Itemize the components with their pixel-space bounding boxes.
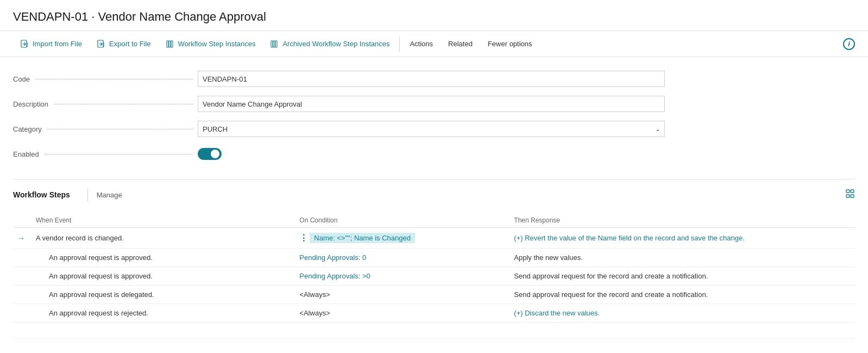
toolbar: Import from File Export to File Workflow… <box>0 31 868 57</box>
response-cell: Send approval request for the record and… <box>510 267 855 286</box>
event-cell: An approval request is approved. <box>32 249 295 267</box>
export-label: Export to File <box>109 40 151 48</box>
workflow-steps-header: Workflow Steps Manage <box>0 179 868 203</box>
toggle-thumb <box>211 150 219 158</box>
related-label: Related <box>448 40 473 48</box>
col-arrow-header <box>13 212 32 228</box>
condition-link[interactable]: Pending Approvals: >0 <box>299 272 370 280</box>
category-label: Category <box>13 125 198 133</box>
dotted-line <box>54 104 193 104</box>
row-arrow-cell <box>13 304 32 323</box>
svg-rect-4 <box>171 41 173 47</box>
import-from-file-button[interactable]: Import from File <box>13 31 90 57</box>
description-field-wrapper <box>198 96 665 112</box>
event-cell: An approval request is approved. <box>32 267 295 286</box>
tab-separator <box>87 188 88 201</box>
enabled-row: Enabled <box>13 145 855 163</box>
code-input[interactable] <box>198 71 665 87</box>
table-row: An approval request is approved. Pending… <box>13 267 855 286</box>
condition-cell: <Always> <box>295 286 510 304</box>
fewer-options-button[interactable]: Fewer options <box>480 31 540 57</box>
workflow-steps-table: When Event On Condition Then Response → … <box>13 212 855 339</box>
row-arrow-cell <box>13 267 32 286</box>
workflow-steps-label: Workflow Step Instances <box>178 40 256 48</box>
condition-link[interactable]: Name: <>""; Name is Changed <box>310 233 415 243</box>
workflow-steps-tab[interactable]: Workflow Steps <box>13 186 70 203</box>
export-to-file-button[interactable]: Export to File <box>90 31 159 57</box>
response-link[interactable]: (+) Discard the new values. <box>514 309 600 317</box>
description-input[interactable] <box>198 96 665 112</box>
condition-link[interactable]: Pending Approvals: 0 <box>299 253 366 262</box>
condition-cell: <Always> <box>295 304 510 323</box>
category-select[interactable]: PURCH <box>198 121 665 137</box>
code-row: Code <box>13 70 855 88</box>
response-cell: Apply the new values. <box>510 249 855 267</box>
workflow-steps-icon <box>166 40 175 48</box>
right-arrow-icon: → <box>17 234 27 243</box>
info-icon-button[interactable]: i <box>843 38 855 50</box>
response-cell: Send approval request for the record and… <box>510 286 855 304</box>
related-button[interactable]: Related <box>441 31 480 57</box>
actions-button[interactable]: Actions <box>402 31 441 57</box>
toggle-track <box>198 148 222 160</box>
dotted-line <box>47 129 193 129</box>
svg-rect-2 <box>167 41 168 47</box>
archived-label: Archived Workflow Step Instances <box>282 40 389 48</box>
archived-icon <box>271 40 279 48</box>
category-row: Category PURCH ⌄ <box>13 120 855 138</box>
svg-rect-10 <box>846 195 850 197</box>
svg-rect-7 <box>275 41 277 47</box>
archived-workflow-step-instances-button[interactable]: Archived Workflow Step Instances <box>263 31 397 57</box>
manage-link[interactable]: Manage <box>97 187 122 203</box>
page-title: VENDAPN-01 · Vendor Name Change Approval <box>0 0 868 31</box>
actions-label: Actions <box>410 40 433 48</box>
row-arrow-cell <box>13 249 32 267</box>
svg-rect-6 <box>273 41 275 47</box>
table-row: An approval request is rejected. <Always… <box>13 304 855 323</box>
col-condition-header: On Condition <box>295 212 510 228</box>
category-field-wrapper: PURCH ⌄ <box>198 121 665 137</box>
svg-rect-3 <box>169 41 171 47</box>
dotted-line <box>45 154 193 154</box>
table-row: → A vendor record is changed. ⋮ Name: <>… <box>13 228 855 249</box>
enabled-label: Enabled <box>13 150 198 158</box>
import-label: Import from File <box>33 40 82 48</box>
event-cell: An approval request is rejected. <box>32 304 295 323</box>
event-cell: An approval request is delegated. <box>32 286 295 304</box>
form-section: Code Description Category PURCH ⌄ <box>0 57 868 179</box>
workflow-step-instances-button[interactable]: Workflow Step Instances <box>159 31 263 57</box>
condition-cell[interactable]: Pending Approvals: >0 <box>295 267 510 286</box>
svg-rect-5 <box>271 41 273 47</box>
toolbar-separator <box>399 36 400 52</box>
svg-rect-9 <box>851 190 854 193</box>
col-response-header: Then Response <box>510 212 855 228</box>
import-icon <box>21 40 29 48</box>
response-cell[interactable]: (+) Discard the new values. <box>510 304 855 323</box>
table-section: When Event On Condition Then Response → … <box>0 203 868 352</box>
response-cell[interactable]: (+) Revert the value of the Name field o… <box>510 228 855 249</box>
dotted-line <box>35 79 193 79</box>
svg-rect-8 <box>846 190 850 193</box>
description-row: Description <box>13 95 855 113</box>
drag-handle-icon[interactable]: ⋮ <box>299 233 308 243</box>
condition-cell[interactable]: ⋮ Name: <>""; Name is Changed <box>295 228 510 249</box>
code-field-wrapper <box>198 71 665 87</box>
col-event-header: When Event <box>32 212 295 228</box>
enabled-toggle[interactable] <box>198 148 222 160</box>
table-row-empty <box>13 323 855 339</box>
table-row: An approval request is delegated. <Alway… <box>13 286 855 304</box>
description-label: Description <box>13 100 198 108</box>
fewer-options-label: Fewer options <box>488 40 532 48</box>
row-arrow-cell <box>13 286 32 304</box>
response-link[interactable]: (+) Revert the value of the Name field o… <box>514 234 745 242</box>
event-cell: A vendor record is changed. <box>32 228 295 249</box>
svg-rect-11 <box>851 195 854 197</box>
category-select-wrapper: PURCH ⌄ <box>198 121 665 137</box>
condition-cell[interactable]: Pending Approvals: 0 <box>295 249 510 267</box>
table-row: An approval request is approved. Pending… <box>13 249 855 267</box>
enabled-field-wrapper <box>198 148 665 160</box>
export-icon <box>97 40 106 48</box>
expand-icon[interactable] <box>845 189 855 201</box>
code-label: Code <box>13 75 198 83</box>
row-arrow-cell: → <box>13 228 32 249</box>
